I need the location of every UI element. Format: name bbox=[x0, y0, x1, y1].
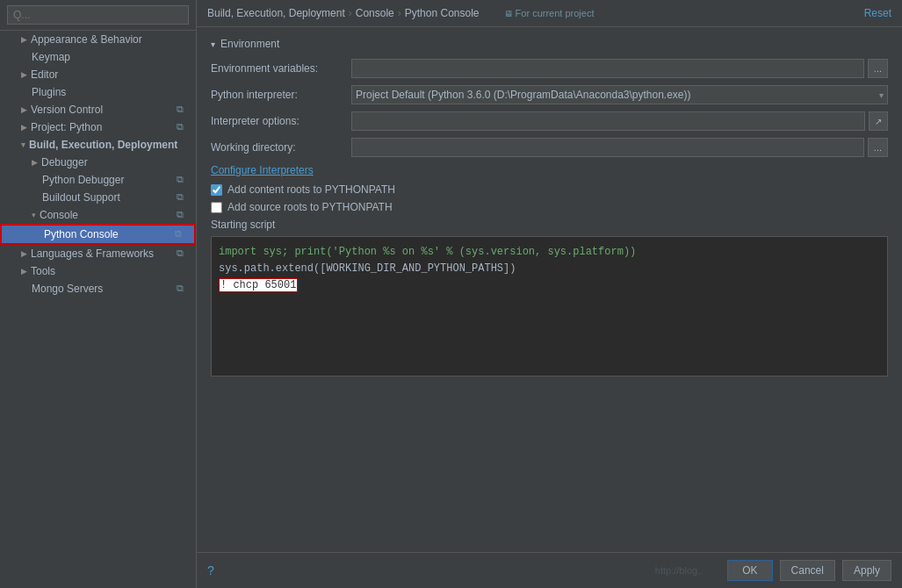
ok-button[interactable]: OK bbox=[727, 560, 772, 581]
sidebar-item-project-python[interactable]: ▶ Project: Python ⧉ bbox=[0, 118, 196, 136]
python-interpreter-row: Python interpreter: Project Default (Pyt… bbox=[211, 85, 888, 104]
env-variables-input[interactable] bbox=[351, 59, 864, 78]
sidebar-label: Mongo Servers bbox=[32, 283, 103, 295]
reset-button[interactable]: Reset bbox=[864, 7, 891, 19]
checkbox-source-roots[interactable] bbox=[211, 202, 222, 213]
apply-button[interactable]: Apply bbox=[842, 560, 891, 581]
content-body: Environment Environment variables: ... P… bbox=[197, 27, 902, 552]
code-line-2: sys.path.extend([WORKING_DIR_AND_PYTHON_… bbox=[219, 261, 880, 277]
sidebar-label: Build, Execution, Deployment bbox=[29, 139, 177, 151]
sidebar-label: Python Console bbox=[44, 228, 119, 240]
working-directory-row: Working directory: ... bbox=[211, 138, 888, 157]
code-line-3: ! chcp 65001 bbox=[219, 277, 880, 294]
sidebar-label: Tools bbox=[31, 265, 55, 277]
copy-icon bbox=[177, 33, 189, 46]
copy-icon: ⧉ bbox=[177, 191, 189, 204]
search-box bbox=[0, 0, 196, 31]
breadcrumb-console: Console bbox=[356, 7, 394, 19]
interpreter-options-field: ↗ bbox=[351, 111, 888, 131]
copy-icon: ⧉ bbox=[177, 283, 189, 295]
sidebar-label: Languages & Frameworks bbox=[31, 247, 154, 260]
env-variables-row: Environment variables: ... bbox=[211, 59, 888, 78]
breadcrumb-sep2: › bbox=[398, 7, 401, 19]
content-header: Build, Execution, Deployment › Console ›… bbox=[197, 0, 902, 27]
breadcrumb-python-console: Python Console bbox=[405, 7, 480, 19]
copy-icon: ⧉ bbox=[175, 228, 187, 240]
python-interpreter-field: Project Default (Python 3.6.0 (D:\Progra… bbox=[351, 85, 888, 104]
checkbox-source-roots-label: Add source roots to PYTHONPATH bbox=[227, 201, 393, 213]
breadcrumb-build: Build, Execution, Deployment bbox=[207, 7, 345, 19]
copy-icon: ⧉ bbox=[177, 247, 189, 260]
bottom-bar: ? http://blog.. OK Cancel Apply bbox=[197, 552, 902, 588]
working-directory-dots-button[interactable]: ... bbox=[868, 138, 888, 157]
chevron-icon: ▶ bbox=[21, 70, 27, 79]
working-directory-label: Working directory: bbox=[211, 141, 351, 154]
sidebar-item-editor[interactable]: ▶ Editor bbox=[0, 66, 196, 83]
chevron-icon: ▶ bbox=[21, 267, 27, 276]
env-variables-label: Environment variables: bbox=[211, 62, 351, 75]
sidebar-label: Debugger bbox=[41, 156, 88, 169]
configure-interpreters-link[interactable]: Configure Interpreters bbox=[211, 164, 314, 176]
sidebar-label: Editor bbox=[31, 68, 58, 81]
sidebar-item-version-control[interactable]: ▶ Version Control ⧉ bbox=[0, 101, 196, 118]
sidebar-label: Project: Python bbox=[31, 121, 102, 133]
sidebar-item-debugger[interactable]: ▶ Debugger bbox=[0, 154, 196, 171]
checkbox-content-roots-row: Add content roots to PYTHONPATH bbox=[211, 183, 888, 196]
main-container: ▶ Appearance & Behavior Keymap ▶ Editor … bbox=[0, 0, 902, 588]
sidebar-item-mongo-servers[interactable]: Mongo Servers ⧉ bbox=[0, 280, 196, 298]
python-interpreter-dropdown[interactable]: Project Default (Python 3.6.0 (D:\Progra… bbox=[351, 85, 888, 104]
sidebar-label: Console bbox=[40, 209, 78, 221]
cancel-button[interactable]: Cancel bbox=[780, 560, 835, 581]
checkbox-content-roots-label: Add content roots to PYTHONPATH bbox=[227, 183, 395, 196]
sidebar-item-plugins[interactable]: Plugins bbox=[0, 83, 196, 101]
copy-icon: ⧉ bbox=[177, 174, 189, 186]
chevron-icon: ▶ bbox=[21, 105, 27, 114]
sidebar-label: Plugins bbox=[32, 86, 66, 98]
code-text: sys.path.extend([WORKING_DIR_AND_PYTHON_… bbox=[219, 262, 516, 275]
chevron-icon: ▾ bbox=[32, 211, 36, 219]
sidebar-item-python-console[interactable]: Python Console ⧉ bbox=[0, 224, 196, 245]
sidebar-item-languages-frameworks[interactable]: ▶ Languages & Frameworks ⧉ bbox=[0, 245, 196, 262]
breadcrumb: Build, Execution, Deployment › Console ›… bbox=[207, 7, 594, 19]
sidebar-item-build-execution[interactable]: ▾ Build, Execution, Deployment bbox=[0, 136, 196, 154]
chevron-icon: ▶ bbox=[21, 123, 27, 132]
python-interpreter-label: Python interpreter: bbox=[211, 89, 351, 101]
sidebar-item-tools[interactable]: ▶ Tools bbox=[0, 262, 196, 280]
env-variables-field: ... bbox=[351, 59, 888, 78]
chevron-icon: ▶ bbox=[21, 249, 27, 258]
sidebar-item-console[interactable]: ▾ Console ⧉ bbox=[0, 206, 196, 224]
sidebar-item-keymap[interactable]: Keymap bbox=[0, 48, 196, 66]
sidebar-item-buildout-support[interactable]: Buildout Support ⧉ bbox=[0, 189, 196, 206]
code-text: import sys; print('Python %s on %s' % (s… bbox=[219, 246, 636, 258]
checkbox-content-roots[interactable] bbox=[211, 184, 222, 196]
sidebar-label: Keymap bbox=[32, 51, 70, 63]
interpreter-options-expand-button[interactable]: ↗ bbox=[869, 111, 888, 131]
watermark-text: http://blog.. bbox=[221, 565, 703, 576]
content-area: Build, Execution, Deployment › Console ›… bbox=[197, 0, 902, 588]
working-directory-field: ... bbox=[351, 138, 888, 157]
sidebar-item-python-debugger[interactable]: Python Debugger ⧉ bbox=[0, 171, 196, 189]
chevron-icon: ▶ bbox=[21, 35, 27, 44]
code-line-1: import sys; print('Python %s on %s' % (s… bbox=[219, 244, 880, 261]
interpreter-options-label: Interpreter options: bbox=[211, 115, 351, 127]
python-interpreter-value: Project Default (Python 3.6.0 (D:\Progra… bbox=[356, 89, 691, 101]
env-variables-dots-button[interactable]: ... bbox=[868, 59, 888, 78]
starting-script-label: Starting script bbox=[211, 219, 888, 231]
sidebar-label: Python Debugger bbox=[42, 174, 124, 186]
interpreter-options-input[interactable] bbox=[351, 111, 865, 131]
sidebar-item-appearance[interactable]: ▶ Appearance & Behavior bbox=[0, 31, 196, 48]
chevron-icon: ▶ bbox=[32, 158, 38, 167]
sidebar-label: Buildout Support bbox=[42, 191, 120, 204]
monitor-icon: 🖥 bbox=[504, 9, 513, 18]
working-directory-input[interactable] bbox=[351, 138, 864, 157]
search-input[interactable] bbox=[7, 5, 189, 25]
code-highlighted-text: ! chcp 65001 bbox=[219, 278, 298, 292]
sidebar: ▶ Appearance & Behavior Keymap ▶ Editor … bbox=[0, 0, 197, 588]
breadcrumb-sep: › bbox=[349, 7, 352, 19]
chevron-icon: ▾ bbox=[21, 140, 25, 149]
dropdown-arrow-icon: ▾ bbox=[879, 90, 884, 100]
code-editor[interactable]: import sys; print('Python %s on %s' % (s… bbox=[211, 236, 888, 376]
environment-section: Environment bbox=[211, 38, 888, 50]
sidebar-label: Appearance & Behavior bbox=[31, 33, 142, 46]
help-icon[interactable]: ? bbox=[207, 563, 214, 577]
